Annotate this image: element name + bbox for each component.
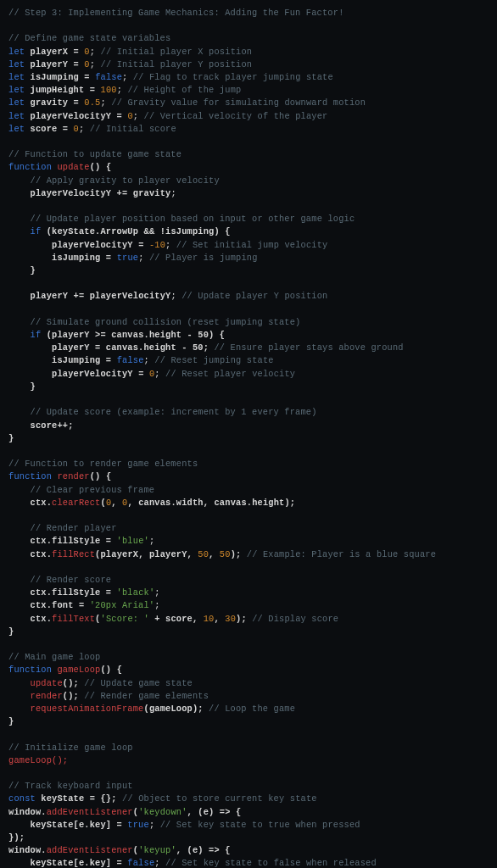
comment: // Define game state variables [8,33,170,43]
comment: // Step 3: Implementing Game Mechanics: … [8,8,344,18]
code-block: // Step 3: Implementing Game Mechanics: … [0,0,497,868]
